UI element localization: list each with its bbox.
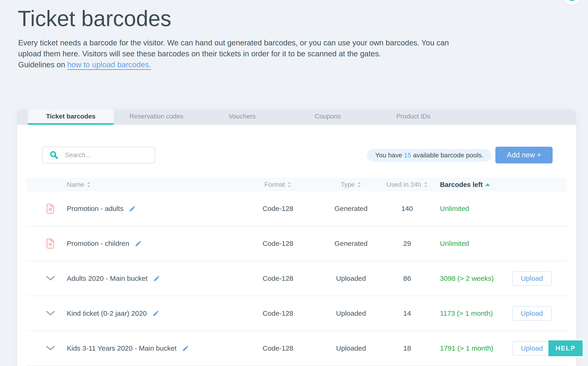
edit-pencil-icon[interactable]: [129, 205, 136, 212]
search-box: [42, 147, 155, 163]
search-icon: [49, 150, 59, 160]
column-label: Name: [67, 181, 84, 188]
used-in-24h-value: 29: [388, 240, 426, 247]
search-input[interactable]: [65, 148, 155, 162]
column-header-used-in-24h[interactable]: Used in 24h: [388, 181, 426, 188]
barcode-pools-badge: You have 15 available barcode pools.: [367, 149, 492, 162]
type-value: Generated: [314, 205, 388, 213]
table-row: Promotion - children Code-128 Generated …: [26, 226, 567, 261]
format-value: Code-128: [242, 344, 314, 352]
description-line-2: upload them here. Visitors will see thes…: [18, 49, 381, 58]
barcodes-left-value: 1173 (> 1 month): [426, 309, 512, 317]
used-in-24h-value: 18: [388, 344, 426, 352]
barcodes-left-value: Unlimited: [426, 205, 512, 213]
avatar[interactable]: [563, 0, 581, 4]
add-new-button[interactable]: Add new +: [495, 147, 553, 163]
table-row: Promotion - adults Code-128 Generated 14…: [26, 191, 567, 226]
barcodes-left-value: Unlimited: [426, 240, 512, 247]
tab-coupons[interactable]: Coupons: [285, 109, 370, 125]
table-header: Name Format Type Used in 24h Barcodes le…: [26, 178, 567, 191]
type-value: Generated: [314, 240, 388, 247]
pool-name: Promotion - children: [67, 240, 129, 247]
pool-count: 15: [404, 152, 411, 159]
tab-bar: Ticket barcodes Reservation codes Vouche…: [17, 109, 576, 125]
chevron-down-icon[interactable]: [46, 346, 55, 351]
help-button[interactable]: HELP: [547, 339, 584, 358]
edit-pencil-icon[interactable]: [182, 345, 189, 352]
table-row: Kids 3-11 Years 2020 - Main bucket Code-…: [26, 331, 567, 366]
format-value: Code-128: [242, 309, 314, 317]
avatar-status-circle: [566, 0, 578, 1]
table-row: Kind ticket (0-2 jaar) 2020 Code-128 Upl…: [26, 296, 567, 331]
tab-vouchers[interactable]: Vouchers: [199, 109, 285, 125]
column-label: Barcodes left: [440, 181, 483, 189]
file-x-icon: [46, 203, 55, 214]
pool-name: Kids 3-11 Years 2020 - Main bucket: [67, 344, 176, 352]
column-header-format[interactable]: Format: [242, 181, 314, 188]
column-label: Type: [341, 181, 355, 188]
pool-info-prefix: You have: [375, 152, 404, 159]
pool-name: Promotion - adults: [67, 205, 123, 213]
edit-pencil-icon[interactable]: [152, 310, 159, 317]
used-in-24h-value: 86: [388, 274, 426, 282]
format-value: Code-128: [242, 240, 314, 247]
upload-button[interactable]: Upload: [512, 306, 552, 320]
tab-ticket-barcodes[interactable]: Ticket barcodes: [28, 109, 113, 125]
used-in-24h-value: 140: [388, 205, 426, 213]
pool-name: Kind ticket (0-2 jaar) 2020: [67, 309, 147, 317]
sort-icon: [357, 182, 361, 188]
barcodes-left-value: 1791 (> 1 month): [426, 344, 512, 352]
upload-button[interactable]: Upload: [512, 341, 552, 356]
content-card: Ticket barcodes Reservation codes Vouche…: [17, 109, 576, 366]
guidelines-prefix: Guidelines on: [18, 60, 67, 69]
column-header-type[interactable]: Type: [314, 181, 388, 188]
file-x-icon: [46, 238, 55, 249]
type-value: Uploaded: [314, 274, 388, 282]
column-header-name[interactable]: Name: [60, 181, 242, 188]
barcodes-left-value: 3098 (> 2 weeks): [426, 274, 512, 282]
sort-asc-icon: [485, 183, 490, 186]
tab-product-ids[interactable]: Product IDs: [370, 109, 456, 125]
upload-button[interactable]: Upload: [512, 271, 552, 286]
edit-pencil-icon[interactable]: [135, 240, 142, 247]
edit-pencil-icon[interactable]: [153, 275, 160, 282]
sort-icon: [287, 182, 291, 188]
pool-info-suffix: available barcode pools.: [411, 152, 483, 159]
column-header-barcodes-left[interactable]: Barcodes left: [426, 181, 512, 189]
page-title: Ticket barcodes: [18, 6, 171, 31]
chevron-down-icon[interactable]: [46, 276, 55, 281]
page-description: Every ticket needs a barcode for the vis…: [18, 37, 449, 70]
format-value: Code-128: [242, 274, 314, 282]
column-label: Format: [264, 181, 285, 188]
pool-name: Adults 2020 - Main bucket: [67, 274, 148, 282]
tab-reservation-codes[interactable]: Reservation codes: [113, 109, 199, 125]
sort-icon: [87, 182, 91, 188]
table-row: Adults 2020 - Main bucket Code-128 Uploa…: [26, 261, 567, 296]
upload-guidelines-link[interactable]: how to upload barcodes.: [67, 60, 151, 69]
format-value: Code-128: [242, 205, 314, 213]
type-value: Uploaded: [314, 309, 388, 317]
description-line-1: Every ticket needs a barcode for the vis…: [18, 38, 449, 47]
type-value: Uploaded: [314, 344, 388, 352]
chevron-down-icon[interactable]: [46, 311, 55, 316]
used-in-24h-value: 14: [388, 309, 426, 317]
column-label: Used in 24h: [386, 181, 421, 188]
table-body: Promotion - adults Code-128 Generated 14…: [26, 191, 567, 366]
